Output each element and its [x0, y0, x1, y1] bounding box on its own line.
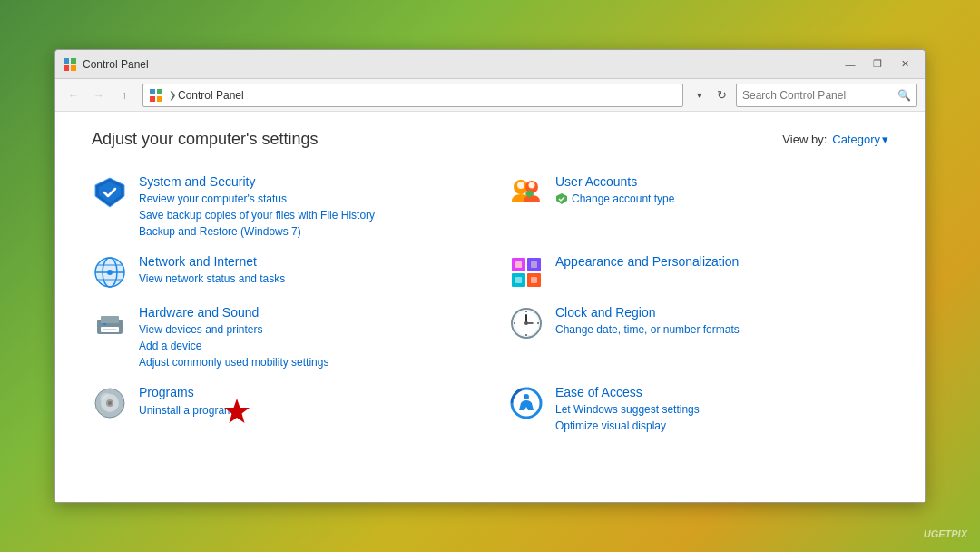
view-by-control: View by: Category ▾ — [782, 133, 888, 146]
network-internet-title[interactable]: Network and Internet — [139, 254, 472, 269]
content-area: Adjust your computer's settings View by:… — [55, 112, 925, 502]
view-by-label: View by: — [782, 133, 827, 146]
svg-rect-33 — [101, 316, 119, 323]
svg-rect-29 — [531, 261, 537, 268]
restore-button[interactable]: ❐ — [865, 55, 890, 74]
search-input[interactable] — [742, 89, 897, 102]
search-icon: 🔍 — [897, 89, 911, 102]
hardware-sound-link-2[interactable]: Add a device — [139, 338, 472, 354]
category-ease-of-access: Ease of Access Let Windows suggest setti… — [508, 378, 888, 441]
search-box[interactable]: 🔍 — [736, 84, 917, 107]
svg-rect-1 — [71, 58, 76, 64]
svg-rect-2 — [64, 65, 69, 71]
hardware-sound-title[interactable]: Hardware and Sound — [139, 305, 472, 320]
svg-rect-28 — [515, 261, 522, 268]
content-header: Adjust your computer's settings View by:… — [92, 130, 888, 149]
up-button[interactable]: ↑ — [113, 84, 135, 106]
watermark-text: UGETPIX — [924, 528, 967, 539]
svg-point-45 — [524, 321, 528, 325]
network-internet-content: Network and Internet View network status… — [139, 254, 472, 287]
ease-of-access-content: Ease of Access Let Windows suggest setti… — [555, 385, 888, 434]
address-folder-icon — [149, 88, 163, 103]
user-accounts-icon — [508, 174, 544, 211]
svg-rect-30 — [515, 277, 522, 283]
hardware-sound-icon — [92, 305, 128, 341]
network-internet-icon — [92, 254, 128, 291]
clock-region-content: Clock and Region Change date, time, or n… — [555, 305, 888, 338]
svg-rect-0 — [64, 58, 69, 64]
svg-point-49 — [108, 401, 112, 405]
categories-grid: System and Security Review your computer… — [92, 167, 888, 441]
hardware-sound-link-1[interactable]: View devices and printers — [139, 321, 472, 338]
svg-rect-4 — [150, 89, 155, 94]
address-path: Control Panel — [178, 89, 244, 102]
system-security-content: System and Security Review your computer… — [139, 174, 472, 240]
address-bar[interactable]: ❯ Control Panel — [142, 84, 683, 107]
network-internet-link-1[interactable]: View network status and tasks — [139, 271, 472, 287]
clock-region-icon — [508, 305, 544, 341]
category-hardware-sound: Hardware and Sound View devices and prin… — [92, 298, 472, 378]
view-by-dropdown[interactable]: Category ▾ — [832, 133, 888, 146]
clock-region-title[interactable]: Clock and Region — [555, 305, 888, 320]
svg-point-14 — [529, 182, 535, 189]
ease-of-access-title[interactable]: Ease of Access — [555, 385, 888, 399]
page-heading: Adjust your computer's settings — [92, 130, 318, 149]
category-system-security: System and Security Review your computer… — [92, 167, 472, 247]
window-controls: — ❐ ✕ — [838, 55, 917, 74]
programs-icon — [92, 385, 128, 421]
category-appearance: Appearance and Personalization — [508, 247, 888, 298]
main-window: Control Panel — ❐ ✕ ← → ↑ ❯ Control Pane… — [54, 49, 926, 503]
ease-of-access-link-2[interactable]: Optimize visual display — [555, 418, 888, 434]
category-programs: Programs Uninstall a program — [92, 378, 472, 441]
category-clock-region: Clock and Region Change date, time, or n… — [508, 298, 888, 378]
hardware-sound-link-3[interactable]: Adjust commonly used mobility settings — [139, 354, 472, 370]
window-title: Control Panel — [83, 58, 838, 71]
window-icon — [63, 57, 77, 72]
svg-rect-6 — [150, 96, 155, 102]
hardware-sound-content: Hardware and Sound View devices and prin… — [139, 305, 472, 370]
svg-point-12 — [517, 182, 524, 189]
refresh-button[interactable]: ↻ — [710, 84, 732, 106]
system-security-link-3[interactable]: Backup and Restore (Windows 7) — [139, 223, 472, 240]
ease-of-access-link-1[interactable]: Let Windows suggest settings — [555, 401, 888, 418]
svg-point-53 — [524, 394, 529, 399]
system-security-icon — [92, 174, 128, 211]
ease-of-access-icon — [508, 385, 544, 421]
svg-rect-31 — [531, 277, 537, 283]
address-separator: ❯ — [169, 90, 176, 100]
forward-button[interactable]: → — [88, 84, 110, 106]
system-security-link-2[interactable]: Save backup copies of your files with Fi… — [139, 207, 472, 223]
toolbar: ← → ↑ ❯ Control Panel ▾ ↻ 🔍 — [55, 79, 925, 112]
user-accounts-link-1[interactable]: Change account type — [572, 191, 674, 207]
programs-link-1[interactable]: Uninstall a program — [139, 402, 233, 419]
system-security-title[interactable]: System and Security — [139, 174, 472, 189]
appearance-icon — [508, 254, 544, 291]
category-user-accounts: User Accounts Change account type — [508, 167, 888, 247]
close-button[interactable]: ✕ — [892, 55, 917, 74]
svg-rect-7 — [157, 96, 162, 102]
programs-content: Programs Uninstall a program — [139, 385, 472, 419]
user-accounts-content: User Accounts Change account type — [555, 174, 888, 207]
minimize-button[interactable]: — — [838, 55, 863, 74]
appearance-content: Appearance and Personalization — [555, 254, 888, 271]
address-dropdown-button[interactable]: ▾ — [691, 84, 707, 107]
user-accounts-title[interactable]: User Accounts — [555, 174, 888, 189]
system-security-link-1[interactable]: Review your computer's status — [139, 191, 472, 207]
appearance-title[interactable]: Appearance and Personalization — [555, 254, 888, 269]
svg-rect-3 — [71, 65, 76, 71]
svg-point-23 — [107, 270, 113, 275]
shield-badge-icon — [555, 192, 568, 205]
clock-region-link-1[interactable]: Change date, time, or number formats — [555, 321, 888, 338]
svg-rect-36 — [103, 329, 116, 330]
back-button[interactable]: ← — [63, 84, 84, 106]
programs-title[interactable]: Programs — [139, 385, 472, 399]
svg-rect-5 — [157, 89, 162, 94]
title-bar: Control Panel — ❐ ✕ — [55, 50, 925, 79]
svg-rect-35 — [103, 323, 106, 325]
category-network-internet: Network and Internet View network status… — [92, 247, 472, 298]
